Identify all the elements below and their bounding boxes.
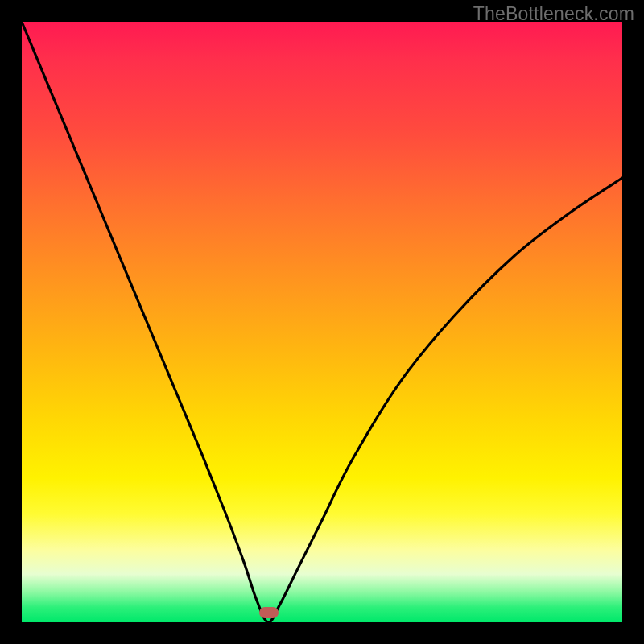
bottleneck-curve — [22, 22, 622, 622]
plot-area — [22, 22, 622, 622]
watermark-text: TheBottleneck.com — [473, 3, 634, 25]
optimum-marker — [259, 607, 279, 618]
chart-frame: TheBottleneck.com — [0, 0, 644, 644]
